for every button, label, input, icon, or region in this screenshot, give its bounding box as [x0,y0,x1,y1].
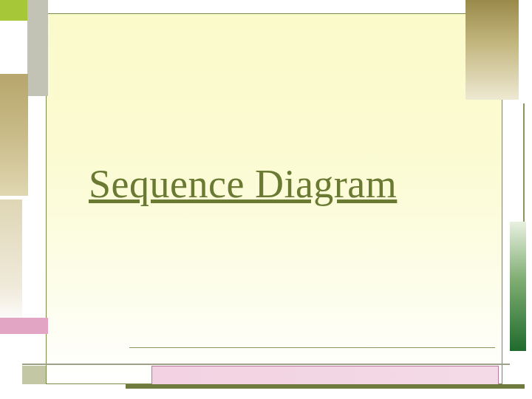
slide-title: Sequence Diagram [89,161,502,207]
decoration-pink-bottom-left [0,318,48,334]
decoration-olive-top-right [466,0,519,100]
decoration-grey-left-bar [27,0,48,96]
decoration-olive-right-line [523,103,525,222]
decoration-inner-bottom-line [129,347,495,348]
decoration-grey-bottom-line [22,364,510,365]
slide: Sequence Diagram [0,0,532,399]
decoration-green-right [510,222,526,351]
decoration-olive-left [0,74,28,196]
decoration-olive-bottom-left-square [22,366,46,384]
decoration-olive-bottom-rule [126,384,525,389]
decoration-peach-left [0,200,22,325]
decoration-lime-top-left [0,0,27,21]
